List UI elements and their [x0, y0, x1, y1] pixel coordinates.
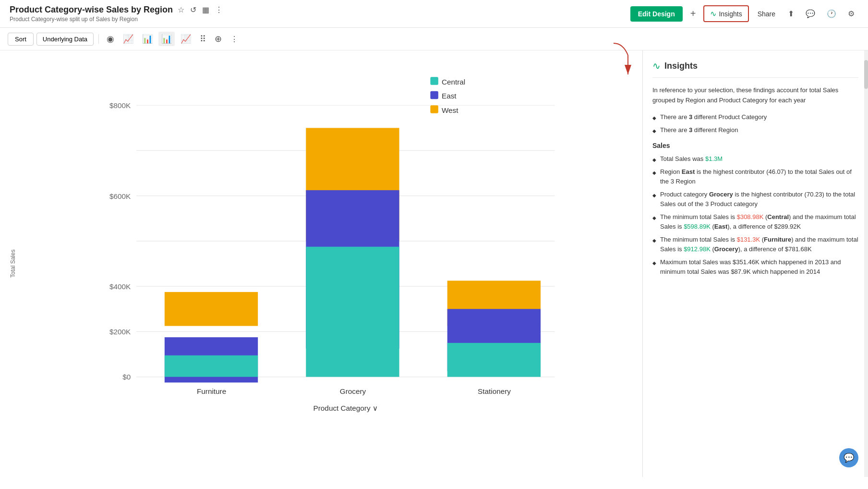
- header-title-row: Product Category-wise Sales by Region ☆ …: [10, 5, 223, 15]
- bar-furniture-central[interactable]: [165, 355, 258, 377]
- bullet-icon: ◆: [652, 214, 656, 221]
- svg-rect-19: [430, 91, 438, 99]
- bullet-text: The minimum total Sales is $308.98K (Cen…: [660, 212, 858, 231]
- insights-intro: In reference to your selection, these fi…: [652, 86, 858, 106]
- add-button[interactable]: +: [687, 6, 700, 21]
- underlying-data-button[interactable]: Underlying Data: [36, 33, 94, 46]
- clock-icon[interactable]: 🕐: [823, 6, 840, 21]
- list-item: ◆ The minimum total Sales is $131.3K (Fu…: [652, 235, 858, 254]
- chart-type-area[interactable]: 📈: [178, 32, 194, 46]
- export-icon[interactable]: ⬆: [784, 6, 798, 21]
- chart-svg: $800K $600K $400K $200K $0: [19, 60, 633, 467]
- insights-button[interactable]: ∿ Insights: [703, 5, 748, 22]
- y-axis-label: Total Sales: [10, 60, 16, 467]
- share-button[interactable]: Share: [753, 7, 780, 21]
- chart-type-scatter[interactable]: ⠿: [197, 32, 209, 46]
- save-icon[interactable]: ▦: [202, 5, 209, 14]
- bullet-text: Total Sales was $1.3M: [660, 154, 723, 164]
- svg-text:East: East: [442, 92, 457, 100]
- list-item: ◆ Product category Grocery is the highes…: [652, 190, 858, 208]
- favorite-icon[interactable]: ☆: [178, 5, 184, 14]
- svg-text:Stationery: Stationery: [478, 387, 511, 395]
- svg-text:West: West: [442, 106, 458, 114]
- svg-rect-17: [430, 77, 438, 85]
- insights-button-label: Insights: [719, 10, 742, 18]
- chart-area: Total Sales $800K $600K $400K $200K: [0, 50, 642, 477]
- bullet-icon: ◆: [652, 114, 656, 122]
- bar-furniture-west[interactable]: [165, 292, 258, 326]
- list-item: ◆ There are 3 different Product Category: [652, 112, 858, 122]
- chart-type-pie[interactable]: ◉: [104, 32, 117, 46]
- chart-type-stacked[interactable]: 📊: [158, 32, 175, 46]
- svg-text:$400K: $400K: [109, 282, 131, 291]
- svg-text:Central: Central: [442, 78, 465, 86]
- insights-logo-icon: ∿: [652, 60, 661, 72]
- bullet-icon: ◆: [652, 259, 656, 267]
- bullet-icon: ◆: [652, 169, 656, 176]
- refresh-icon[interactable]: ↺: [190, 5, 196, 14]
- svg-text:Grocery: Grocery: [340, 387, 366, 395]
- header: Product Category-wise Sales by Region ☆ …: [0, 0, 868, 28]
- insights-title: Insights: [664, 61, 698, 71]
- chart-type-custom[interactable]: ⊕: [212, 32, 225, 46]
- insights-general-bullets: ◆ There are 3 different Product Category…: [652, 112, 858, 135]
- insights-panel: ∿ Insights In reference to your selectio…: [642, 50, 868, 477]
- chat-icon: 💬: [844, 452, 854, 463]
- chart-type-line[interactable]: 📈: [120, 32, 136, 46]
- insights-header: ∿ Insights: [652, 60, 858, 78]
- header-right: Edit Design + ∿ Insights Share ⬆ 💬 🕐 ⚙: [630, 5, 858, 22]
- toolbar-divider: [98, 34, 99, 44]
- toolbar-more-button[interactable]: ⋮: [228, 33, 241, 46]
- svg-text:$600K: $600K: [109, 192, 131, 200]
- bullet-text: The minimum total Sales is $131.3K (Furn…: [660, 235, 858, 254]
- bullet-text: Region East is the highest contributor (…: [660, 167, 858, 186]
- settings-icon[interactable]: ⚙: [844, 6, 858, 21]
- list-item: ◆ Region East is the highest contributor…: [652, 167, 858, 186]
- page-subtitle: Product Category-wise split up of Sales …: [10, 16, 223, 23]
- chart-type-bar[interactable]: 📊: [139, 32, 156, 46]
- bullet-text: Maximum total Sales was $351.46K which h…: [660, 257, 858, 276]
- sort-button[interactable]: Sort: [8, 33, 34, 46]
- sales-section-title: Sales: [652, 142, 858, 149]
- list-item: ◆ There are 3 different Region: [652, 125, 858, 135]
- svg-text:Furniture: Furniture: [197, 387, 226, 395]
- bar-stationery-central[interactable]: [447, 343, 541, 377]
- chart-svg-area: $800K $600K $400K $200K $0: [19, 60, 633, 467]
- more-options-icon[interactable]: ⋮: [215, 5, 223, 14]
- bullet-text: There are 3 different Product Category: [660, 112, 767, 122]
- bar-grocery-central[interactable]: [306, 247, 399, 377]
- edit-design-button[interactable]: Edit Design: [630, 6, 683, 22]
- bullet-text: There are 3 different Region: [660, 125, 738, 135]
- toolbar: Sort Underlying Data ◉ 📈 📊 📊 📈 ⠿ ⊕ ⋮: [0, 28, 868, 50]
- page-title: Product Category-wise Sales by Region: [10, 5, 173, 15]
- header-left: Product Category-wise Sales by Region ☆ …: [10, 5, 223, 23]
- comment-icon[interactable]: 💬: [802, 6, 819, 21]
- svg-text:Product Category ∨: Product Category ∨: [313, 404, 378, 412]
- scrollbar-thumb[interactable]: [864, 60, 868, 89]
- chart-container: Total Sales $800K $600K $400K $200K: [10, 60, 633, 467]
- insights-sales-bullets: ◆ Total Sales was $1.3M ◆ Region East is…: [652, 154, 858, 277]
- bullet-text: Product category Grocery is the highest …: [660, 190, 858, 208]
- svg-text:$800K: $800K: [109, 101, 131, 110]
- scrollbar-track: [864, 50, 868, 477]
- svg-text:$200K: $200K: [109, 328, 131, 336]
- list-item: ◆ Total Sales was $1.3M: [652, 154, 858, 164]
- bullet-icon: ◆: [652, 192, 656, 199]
- bullet-icon: ◆: [652, 237, 656, 244]
- main-content: Total Sales $800K $600K $400K $200K: [0, 50, 868, 477]
- svg-text:$0: $0: [122, 373, 131, 381]
- header-icon-group: ☆ ↺ ▦ ⋮: [178, 5, 223, 14]
- svg-rect-21: [430, 105, 438, 113]
- chat-button[interactable]: 💬: [839, 448, 858, 467]
- insights-logo-icon: ∿: [710, 9, 716, 18]
- bullet-icon: ◆: [652, 127, 656, 134]
- list-item: ◆ Maximum total Sales was $351.46K which…: [652, 257, 858, 276]
- bullet-icon: ◆: [652, 156, 656, 163]
- list-item: ◆ The minimum total Sales is $308.98K (C…: [652, 212, 858, 231]
